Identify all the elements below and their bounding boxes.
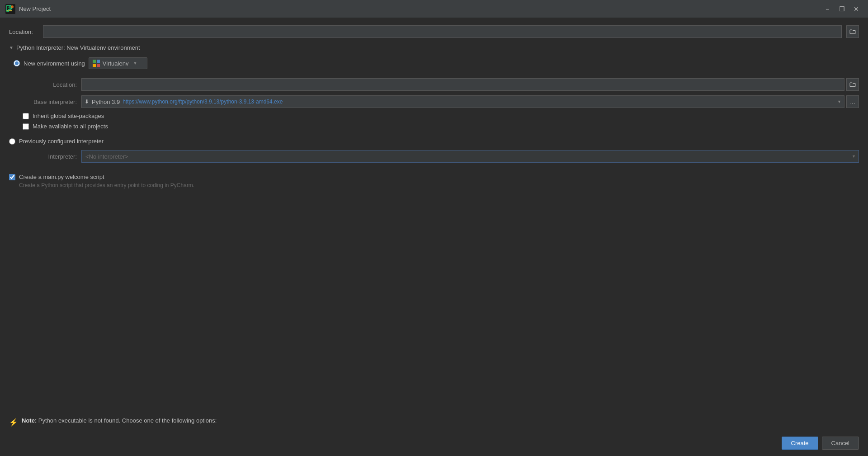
- make-available-checkbox-row: Make available to all projects: [23, 123, 859, 130]
- welcome-script-section: Create a main.py welcome script Create a…: [9, 174, 859, 188]
- top-location-folder-button[interactable]: [846, 25, 859, 38]
- inherit-label: Inherit global site-packages: [33, 113, 104, 119]
- interpreter-label: Interpreter:: [23, 153, 77, 160]
- svg-rect-4: [97, 60, 100, 63]
- dialog-footer: Create Cancel: [0, 430, 868, 456]
- prev-interpreter-radio[interactable]: [9, 138, 15, 145]
- svg-rect-6: [97, 64, 100, 67]
- interpreter-row: Interpreter: <No interpreter> ▼: [23, 150, 859, 163]
- svg-rect-3: [93, 60, 96, 63]
- top-location-label: Location:: [9, 28, 38, 35]
- inherit-checkbox[interactable]: [23, 113, 29, 119]
- lightning-icon: ⚡: [9, 418, 18, 427]
- no-interpreter-text: <No interpreter>: [85, 153, 128, 160]
- base-interpreter-row: Base interpreter: ⬇ Python 3.9 https://w…: [23, 95, 859, 108]
- new-environment-label: New environment using: [24, 60, 85, 67]
- virtualenv-label: Virtualenv: [103, 60, 129, 67]
- folder-icon: [849, 28, 856, 35]
- env-location-label: Location:: [23, 81, 77, 88]
- environment-radio-group: New environment using Virtualenv ▼: [9, 57, 859, 74]
- interpreter-dropdown-arrow-icon: ▼: [837, 99, 841, 104]
- virtualenv-dropdown[interactable]: Virtualenv ▼: [89, 57, 147, 69]
- cancel-button[interactable]: Cancel: [822, 437, 859, 450]
- svg-point-2: [11, 5, 14, 8]
- titlebar-left: New Project: [5, 4, 51, 14]
- inherit-checkbox-row: Inherit global site-packages: [23, 113, 859, 119]
- welcome-checkbox-row: Create a main.py welcome script: [9, 174, 859, 180]
- env-location-input-wrap: [81, 78, 859, 91]
- prev-interpreter-label: Previously configured interpreter: [19, 138, 104, 145]
- top-location-input[interactable]: [43, 25, 842, 38]
- note-text: Note: Python executable is not found. Ch…: [22, 417, 859, 424]
- note-body: Python executable is not found. Choose o…: [37, 417, 217, 424]
- no-interpreter-arrow-icon: ▼: [852, 154, 856, 159]
- interpreter-url: https://www.python.org/ftp/python/3.9.13…: [123, 99, 283, 105]
- base-interpreter-label: Base interpreter:: [23, 99, 77, 105]
- svg-rect-5: [93, 64, 96, 67]
- section-header-title: Python Interpreter: New Virtualenv envir…: [16, 44, 140, 51]
- base-interpreter-dropdown[interactable]: ⬇ Python 3.9 https://www.python.org/ftp/…: [81, 95, 844, 108]
- no-interpreter-dropdown[interactable]: <No interpreter> ▼: [81, 150, 859, 163]
- note-prefix: Note:: [22, 417, 37, 424]
- env-location-input[interactable]: [81, 78, 844, 91]
- base-interpreter-input-wrap: ⬇ Python 3.9 https://www.python.org/ftp/…: [81, 95, 859, 108]
- titlebar: New Project − ❐ ✕: [0, 0, 868, 18]
- interpreter-version: Python 3.9: [92, 99, 120, 105]
- restore-button[interactable]: ❐: [835, 3, 848, 15]
- titlebar-title: New Project: [19, 5, 51, 12]
- minimize-button[interactable]: −: [821, 3, 834, 15]
- new-environment-row: New environment using Virtualenv ▼: [14, 57, 859, 69]
- welcome-script-label: Create a main.py welcome script: [19, 174, 104, 180]
- prev-interpreter-row: Previously configured interpreter: [9, 138, 859, 145]
- titlebar-controls: − ❐ ✕: [821, 3, 863, 15]
- new-environment-radio[interactable]: [14, 60, 20, 66]
- virtualenv-icon: [93, 60, 100, 67]
- new-environment-sub-form: Location: Base interpreter: ⬇ Python 3.9…: [9, 78, 859, 133]
- no-interpreter-wrap: <No interpreter> ▼: [81, 150, 859, 163]
- top-location-row: Location:: [9, 25, 859, 38]
- create-button[interactable]: Create: [782, 437, 818, 450]
- virtualenv-dropdown-arrow-icon: ▼: [133, 61, 137, 66]
- dialog-content: Location: ▼ Python Interpreter: New Virt…: [0, 18, 868, 456]
- python-interpreter-section-header[interactable]: ▼ Python Interpreter: New Virtualenv env…: [9, 44, 859, 51]
- env-location-folder-button[interactable]: [846, 78, 859, 91]
- make-available-label: Make available to all projects: [33, 123, 108, 130]
- pycharm-logo-icon: [5, 4, 15, 14]
- interpreter-ellipsis-button[interactable]: ...: [846, 95, 859, 108]
- env-location-row: Location:: [23, 78, 859, 91]
- folder-icon: [849, 81, 856, 88]
- make-available-checkbox[interactable]: [23, 123, 29, 130]
- welcome-script-description: Create a Python script that provides an …: [9, 182, 859, 188]
- download-icon: ⬇: [85, 99, 89, 105]
- chevron-down-icon: ▼: [9, 45, 14, 50]
- welcome-script-checkbox[interactable]: [9, 174, 15, 180]
- prev-interpreter-sub-form: Interpreter: <No interpreter> ▼: [9, 150, 859, 167]
- close-button[interactable]: ✕: [850, 3, 863, 15]
